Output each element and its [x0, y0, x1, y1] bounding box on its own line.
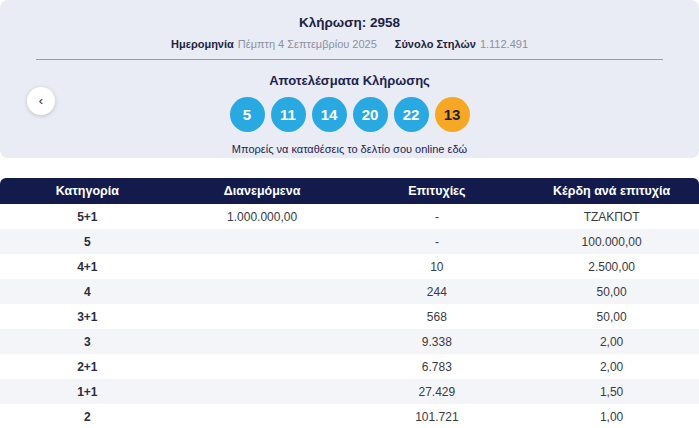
cell-prize: 2.500,00 — [524, 260, 699, 274]
deposit-text: Μπορείς να καταθέσεις το δελτίο σου onli… — [232, 143, 445, 155]
draw-title: Κλήρωση: 2958 — [0, 0, 699, 30]
cell-prize: ΤΖΑΚΠΟΤ — [524, 210, 699, 224]
cell-category: 3+1 — [0, 310, 175, 324]
cell-winners: 568 — [350, 310, 525, 324]
winning-numbers: 51114202213 — [0, 97, 699, 132]
cell-category: 4+1 — [0, 260, 175, 274]
cell-winners: - — [350, 210, 525, 224]
prize-table-body: 5+11.000.000,00-ΤΖΑΚΠΟΤ5-100.000,004+110… — [0, 204, 699, 428]
cell-category: 2 — [0, 410, 175, 424]
winning-number-ball: 5 — [230, 97, 265, 132]
draw-meta: ΗμερομηνίαΠέμπτη 4 Σεπτεμβρίου 2025 Σύνο… — [0, 38, 699, 50]
cell-category: 5 — [0, 235, 175, 249]
cell-winners: - — [350, 235, 525, 249]
cell-category: 3 — [0, 335, 175, 349]
total-columns-label: Σύνολο Στηλών — [395, 38, 476, 50]
table-row: 5-100.000,00 — [0, 229, 699, 254]
prize-table-header: ΚατηγορίαΔιανεμόμεναΕπιτυχίεςΚέρδη ανά ε… — [0, 178, 699, 204]
table-row: 1+127.4291,50 — [0, 379, 699, 404]
table-row: 39.3382,00 — [0, 329, 699, 354]
winning-number-ball: 14 — [312, 97, 347, 132]
winning-number-ball: 20 — [353, 97, 388, 132]
cell-prize: 2,00 — [524, 360, 699, 374]
chevron-left-icon: ‹ — [39, 87, 43, 115]
cell-winners: 101.721 — [350, 410, 525, 424]
cell-prize: 1,00 — [524, 410, 699, 424]
column-header: Κέρδη ανά επιτυχία — [524, 184, 699, 198]
cell-winners: 244 — [350, 285, 525, 299]
cell-prize: 50,00 — [524, 285, 699, 299]
joker-number-ball: 13 — [435, 97, 470, 132]
results-title: Αποτελέσματα Κλήρωσης — [0, 73, 699, 88]
table-row: 424450,00 — [0, 279, 699, 304]
table-row: 2101.7211,00 — [0, 404, 699, 428]
total-columns-value: 1.112.491 — [480, 38, 528, 50]
draw-date-label: Ημερομηνία — [171, 38, 234, 50]
cell-distributed: 1.000.000,00 — [175, 210, 350, 224]
cell-prize: 50,00 — [524, 310, 699, 324]
cell-category: 1+1 — [0, 385, 175, 399]
total-columns: Σύνολο Στηλών1.112.491 — [395, 38, 528, 50]
cell-category: 2+1 — [0, 360, 175, 374]
cell-prize: 2,00 — [524, 335, 699, 349]
cell-prize: 100.000,00 — [524, 235, 699, 249]
table-row: 3+156850,00 — [0, 304, 699, 329]
cell-prize: 1,50 — [524, 385, 699, 399]
cell-winners: 6.783 — [350, 360, 525, 374]
cell-category: 4 — [0, 285, 175, 299]
draw-date: ΗμερομηνίαΠέμπτη 4 Σεπτεμβρίου 2025 — [171, 38, 377, 50]
cell-winners: 10 — [350, 260, 525, 274]
winning-number-ball: 22 — [394, 97, 429, 132]
column-header: Διανεμόμενα — [175, 184, 350, 198]
header-divider — [36, 59, 663, 60]
table-row: 4+1102.500,00 — [0, 254, 699, 279]
deposit-line: Μπορείς να καταθέσεις το δελτίο σου onli… — [0, 143, 699, 155]
winning-number-ball: 11 — [271, 97, 306, 132]
table-row: 5+11.000.000,00-ΤΖΑΚΠΟΤ — [0, 204, 699, 229]
column-header: Κατηγορία — [0, 184, 175, 198]
cell-winners: 27.429 — [350, 385, 525, 399]
cell-winners: 9.338 — [350, 335, 525, 349]
deposit-here-link[interactable]: εδώ — [448, 143, 468, 155]
column-header: Επιτυχίες — [350, 184, 525, 198]
table-row: 2+16.7832,00 — [0, 354, 699, 379]
prize-table: ΚατηγορίαΔιανεμόμεναΕπιτυχίεςΚέρδη ανά ε… — [0, 178, 699, 428]
cell-category: 5+1 — [0, 210, 175, 224]
previous-draw-button[interactable]: ‹ — [27, 87, 55, 115]
draw-date-value: Πέμπτη 4 Σεπτεμβρίου 2025 — [238, 38, 377, 50]
draw-info-card: Κλήρωση: 2958 ΗμερομηνίαΠέμπτη 4 Σεπτεμβ… — [0, 0, 699, 158]
